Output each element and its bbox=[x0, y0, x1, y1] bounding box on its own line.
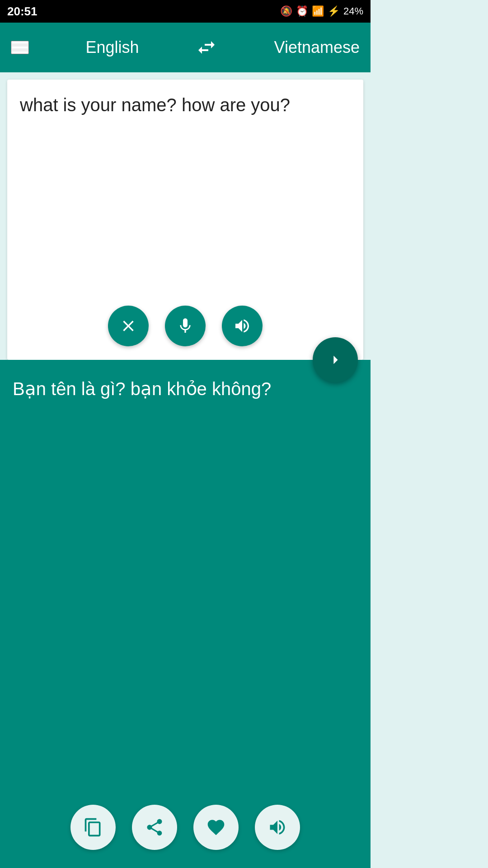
status-bar: 20:51 🔕 ⏰ 📶 ⚡ 24% bbox=[0, 0, 371, 23]
clear-button[interactable] bbox=[108, 306, 149, 346]
target-language-label[interactable]: Vietnamese bbox=[274, 38, 360, 57]
source-actions bbox=[7, 306, 363, 346]
sim-icon: 📶 bbox=[312, 5, 324, 17]
source-panel: what is your name? how are you? bbox=[7, 80, 363, 360]
target-actions bbox=[0, 805, 371, 850]
menu-button[interactable] bbox=[11, 41, 29, 54]
top-bar: English Vietnamese bbox=[0, 23, 371, 72]
battery-icon: ⚡ bbox=[328, 5, 340, 17]
status-icons: 🔕 ⏰ 📶 ⚡ 24% bbox=[280, 5, 363, 17]
notification-icon: 🔕 bbox=[280, 5, 292, 17]
microphone-button[interactable] bbox=[165, 306, 206, 346]
favorite-button[interactable] bbox=[193, 805, 239, 850]
target-panel: Bạn tên là gì? bạn khỏe không? bbox=[0, 360, 371, 868]
target-speaker-button[interactable] bbox=[255, 805, 300, 850]
status-time: 20:51 bbox=[7, 5, 38, 19]
target-text[interactable]: Bạn tên là gì? bạn khỏe không? bbox=[13, 376, 358, 401]
translate-button[interactable] bbox=[313, 337, 358, 382]
content-area: what is your name? how are you? bbox=[0, 72, 371, 868]
battery-percent: 24% bbox=[343, 5, 363, 17]
swap-languages-button[interactable] bbox=[196, 37, 217, 58]
source-speaker-button[interactable] bbox=[222, 306, 263, 346]
source-text[interactable]: what is your name? how are you? bbox=[20, 92, 351, 118]
source-language-label[interactable]: English bbox=[85, 38, 139, 57]
alarm-icon: ⏰ bbox=[296, 5, 308, 17]
copy-button[interactable] bbox=[70, 805, 116, 850]
share-button[interactable] bbox=[132, 805, 177, 850]
